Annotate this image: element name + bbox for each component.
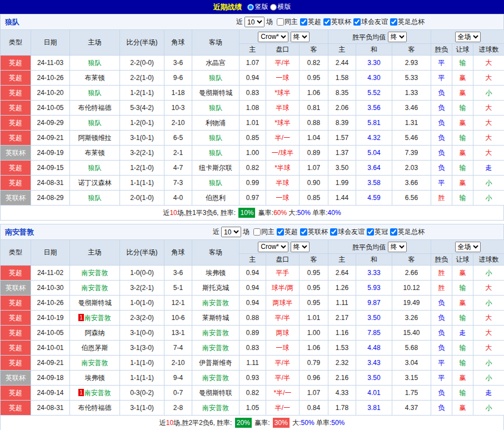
home-team-cell[interactable]: 曼彻斯特城 (70, 296, 120, 311)
away-team-name[interactable]: 利物浦 (206, 119, 226, 127)
scope-select[interactable]: 全场 (455, 242, 481, 252)
away-team-cell[interactable]: 南安普敦 (192, 296, 239, 311)
home-team-name[interactable]: 伯恩茅斯 (82, 344, 108, 352)
home-team-cell[interactable]: 布伦特福德 (70, 401, 120, 416)
away-team-name[interactable]: 伊普斯维奇 (199, 359, 232, 367)
home-team-name[interactable]: 布莱顿 (85, 149, 105, 157)
away-team-name[interactable]: 狼队 (209, 134, 222, 142)
filter-checkbox[interactable] (390, 18, 397, 26)
home-team-cell[interactable]: 伯恩茅斯 (70, 341, 120, 356)
scope-select[interactable]: 全场 (455, 32, 481, 42)
away-team-name[interactable]: 南安普敦 (202, 344, 229, 352)
away-team-cell[interactable]: 斯托克城 (192, 281, 239, 296)
away-team-name[interactable]: 南安普敦 (202, 374, 229, 382)
filter-英超[interactable]: 英超 (275, 227, 298, 237)
home-team-name[interactable]: 南安普敦 (82, 269, 108, 277)
filter-英足总杯[interactable]: 英足总杯 (388, 227, 425, 237)
match-count-select[interactable]: 10 (244, 17, 265, 27)
away-team-cell[interactable]: 埃弗顿 (192, 266, 239, 281)
home-team-cell[interactable]: 狼队 (70, 56, 120, 71)
team-name-title[interactable]: 南安普敦 (5, 227, 34, 237)
away-team-cell[interactable]: 水晶宫 (192, 56, 239, 71)
home-team-name[interactable]: 埃弗顿 (85, 374, 105, 382)
filter-同主[interactable]: 同主 (275, 17, 298, 27)
away-team-name[interactable]: 斯托克城 (202, 284, 229, 292)
home-team-cell[interactable]: 阿森纳 (70, 326, 120, 341)
home-team-cell[interactable]: 1南安普敦 (70, 386, 120, 401)
home-team-name[interactable]: 布莱顿 (85, 74, 105, 82)
home-team-name[interactable]: 狼队 (88, 89, 102, 97)
filter-checkbox[interactable] (330, 228, 337, 236)
away-team-name[interactable]: 南安普敦 (202, 404, 229, 412)
home-team-cell[interactable]: 诺丁汉森林 (70, 176, 120, 191)
home-team-name[interactable]: 狼队 (88, 194, 102, 202)
odds-time-select[interactable]: 终 (291, 242, 310, 252)
away-team-name[interactable]: 狼队 (209, 149, 222, 157)
away-team-name[interactable]: 南安普敦 (202, 299, 229, 307)
filter-英超[interactable]: 英超 (298, 17, 321, 27)
away-team-cell[interactable]: 利物浦 (192, 116, 239, 131)
away-team-name[interactable]: 狼队 (209, 74, 222, 82)
home-team-cell[interactable]: 南安普敦 (70, 356, 120, 371)
away-team-name[interactable]: 狼队 (209, 104, 222, 112)
team-name-title[interactable]: 狼队 (5, 17, 19, 27)
away-team-name[interactable]: 狼队 (209, 179, 222, 187)
away-team-cell[interactable]: 莱斯特城 (192, 311, 239, 326)
away-team-cell[interactable]: 纽卡斯尔联 (192, 161, 239, 176)
bookmaker-select[interactable]: Crow* (258, 32, 288, 42)
away-team-cell[interactable]: 狼队 (192, 101, 239, 116)
layout-horizontal-option[interactable]: 横版 (270, 2, 291, 12)
home-team-name[interactable]: 南安普敦 (84, 389, 111, 397)
avg-time-select[interactable]: 终 (388, 32, 407, 42)
home-team-name[interactable]: 布伦特福德 (78, 404, 112, 412)
home-team-name[interactable]: 南安普敦 (82, 359, 108, 367)
away-team-cell[interactable]: 南安普敦 (192, 341, 239, 356)
filter-checkbox[interactable] (300, 228, 307, 236)
horizontal-radio[interactable] (270, 4, 277, 11)
filter-checkbox[interactable] (353, 18, 361, 26)
away-team-cell[interactable]: 南安普敦 (192, 401, 239, 416)
vertical-radio[interactable] (247, 4, 254, 11)
home-team-name[interactable]: 阿森纳 (85, 329, 105, 337)
home-team-cell[interactable]: 狼队 (70, 191, 120, 206)
home-team-name[interactable]: 阿斯顿维拉 (78, 134, 112, 142)
away-team-cell[interactable]: 伊普斯维奇 (192, 356, 239, 371)
odds-time-select[interactable]: 终 (291, 32, 310, 42)
home-team-name[interactable]: 诺丁汉森林 (78, 179, 112, 187)
filter-checkbox[interactable] (253, 228, 261, 236)
home-team-cell[interactable]: 阿斯顿维拉 (70, 131, 120, 146)
filter-checkbox[interactable] (367, 228, 374, 236)
filter-英冠[interactable]: 英冠 (365, 227, 388, 237)
home-team-name[interactable]: 狼队 (88, 119, 102, 127)
filter-同主[interactable]: 同主 (251, 227, 275, 237)
filter-checkbox[interactable] (277, 228, 284, 236)
away-team-cell[interactable]: 伯恩利 (192, 191, 239, 206)
home-team-cell[interactable]: 狼队 (70, 161, 120, 176)
away-team-cell[interactable]: 南安普敦 (192, 326, 239, 341)
filter-checkbox[interactable] (323, 18, 331, 26)
away-team-name[interactable]: 水晶宫 (206, 59, 226, 67)
filter-英联杯[interactable]: 英联杯 (321, 17, 351, 27)
away-team-cell[interactable]: 曼彻斯特联 (192, 386, 239, 401)
home-team-name[interactable]: 狼队 (88, 59, 102, 67)
home-team-cell[interactable]: 埃弗顿 (70, 371, 120, 386)
away-team-name[interactable]: 曼彻斯特城 (199, 89, 232, 97)
filter-checkbox[interactable] (390, 228, 397, 236)
away-team-cell[interactable]: 狼队 (192, 131, 239, 146)
home-team-cell[interactable]: 南安普敦 (70, 281, 120, 296)
home-team-cell[interactable]: 南安普敦 (70, 266, 120, 281)
home-team-name[interactable]: 南安普敦 (84, 314, 111, 322)
away-team-name[interactable]: 纽卡斯尔联 (199, 164, 232, 172)
away-team-name[interactable]: 莱斯特城 (202, 314, 229, 322)
home-team-cell[interactable]: 布伦特福德 (70, 101, 120, 116)
filter-英联杯[interactable]: 英联杯 (298, 227, 328, 237)
filter-checkbox[interactable] (277, 18, 284, 26)
away-team-cell[interactable]: 南安普敦 (192, 371, 239, 386)
avg-time-select[interactable]: 终 (388, 242, 407, 252)
away-team-name[interactable]: 伯恩利 (206, 194, 226, 202)
home-team-name[interactable]: 南安普敦 (82, 284, 108, 292)
layout-vertical-option[interactable]: 竖版 (247, 2, 268, 12)
filter-球会友谊[interactable]: 球会友谊 (351, 17, 388, 27)
home-team-name[interactable]: 布伦特福德 (78, 104, 112, 112)
filter-球会友谊[interactable]: 球会友谊 (328, 227, 365, 237)
